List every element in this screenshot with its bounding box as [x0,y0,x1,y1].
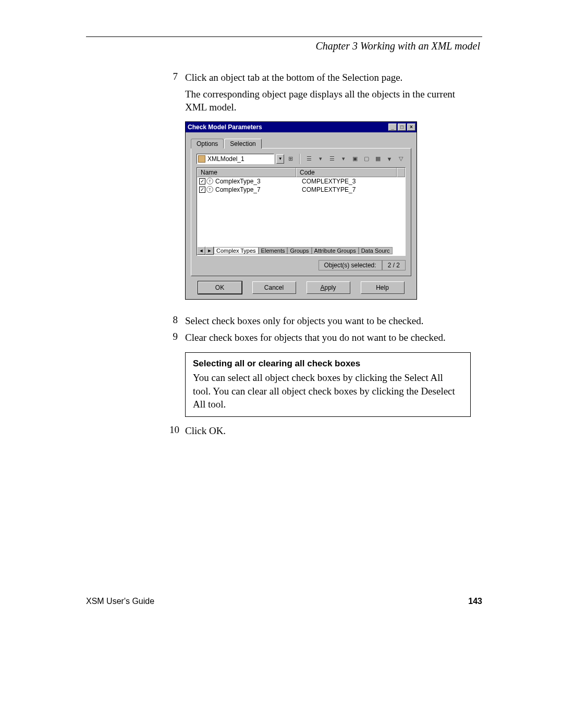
tab-scroll-left-icon[interactable]: ◄ [197,246,205,255]
tab-options[interactable]: Options [191,139,224,149]
dialog-title: Check Model Parameters [188,124,388,131]
scroll-header-spacer [397,168,405,177]
chevron-down-icon[interactable]: ▾ [316,154,325,164]
ok-button[interactable]: OK [198,281,242,294]
step-10-number: 10 [169,424,185,438]
tab-selection[interactable]: Selection [224,139,261,149]
close-icon[interactable]: × [407,124,415,131]
tree-icon[interactable]: ⊞ [286,154,295,164]
step-8-text: Select check boxes only for objects you … [185,314,472,328]
select-all-icon[interactable]: ▣ [350,154,360,164]
model-value: XMLModel_1 [207,155,244,163]
column-name-header[interactable]: Name [197,168,296,177]
row-code: COMPLEXTYPE_7 [302,186,403,193]
status-count: 2 / 2 [382,260,406,270]
chevron-down-icon[interactable]: ▾ [339,154,348,164]
xml-model-icon [198,155,205,163]
include-comp-icon[interactable]: ☰ [327,154,337,164]
step-8-number: 8 [169,314,185,328]
check-model-parameters-dialog: Check Model Parameters _ □ × Options Sel… [185,121,417,300]
bottom-tab-elements[interactable]: Elements [259,247,288,254]
model-dropdown-button[interactable]: ▼ [276,154,284,164]
checkbox-icon[interactable]: ✓ [199,187,205,193]
tab-scroll-right-icon[interactable]: ► [205,246,214,255]
column-code-header[interactable]: Code [296,168,397,177]
status-label: Object(s) selected: [319,260,382,270]
cancel-button[interactable]: Cancel [252,281,296,294]
object-list: Name Code ✓ T ComplexType_3 COMPLEXTYPE_… [197,167,406,256]
page-number: 143 [468,597,482,606]
row-name: ComplexType_3 [215,178,302,185]
checkbox-icon[interactable]: ✓ [199,178,205,184]
maximize-icon[interactable]: □ [398,124,406,131]
row-code: COMPLEXTYPE_3 [302,178,403,185]
list-item[interactable]: ✓ T ComplexType_7 COMPLEXTYPE_7 [197,186,405,194]
complex-type-icon: T [206,178,213,184]
step-9-number: 9 [169,331,185,344]
include-sub-icon[interactable]: ☰ [304,154,314,164]
filter-icon[interactable]: ▼ [385,154,394,164]
bottom-tab-groups[interactable]: Groups [287,247,311,254]
model-dropdown[interactable]: XMLModel_1 [197,154,274,164]
toolbar-separator [299,154,300,164]
help-button[interactable]: Help [361,281,405,294]
callout-box: Selecting all or clearing all check boxe… [185,352,471,417]
step-7-continuation: The corresponding object page displays a… [185,88,472,114]
deselect-all-icon[interactable]: ▢ [362,154,371,164]
step-10-text: Click OK. [185,424,472,438]
callout-body: You can select all object check boxes by… [193,371,463,411]
header-rule [86,36,482,37]
callout-title: Selecting all or clearing all check boxe… [193,358,463,370]
list-item[interactable]: ✓ T ComplexType_3 COMPLEXTYPE_3 [197,177,405,186]
step-7-number: 7 [169,71,185,84]
row-name: ComplexType_7 [215,186,302,193]
dialog-titlebar[interactable]: Check Model Parameters _ □ × [186,122,417,132]
footer-guide: XSM User's Guide [86,597,154,606]
bottom-tab-complex-types[interactable]: Complex Types [214,247,259,254]
step-7-text: Click an object tab at the bottom of the… [185,71,472,84]
grid-icon[interactable]: ▦ [373,154,383,164]
minimize-icon[interactable]: _ [388,124,397,131]
chapter-header: Chapter 3 Working with an XML model [86,40,482,52]
bottom-tab-attribute-groups[interactable]: Attribute Groups [312,247,359,254]
apply-button[interactable]: Apply [307,281,350,294]
filter-remove-icon[interactable]: ▽ [396,154,406,164]
step-9-text: Clear check boxes for objects that you d… [185,331,472,344]
bottom-tab-data-sources[interactable]: Data Sourc [359,247,393,254]
complex-type-icon: T [206,186,213,193]
